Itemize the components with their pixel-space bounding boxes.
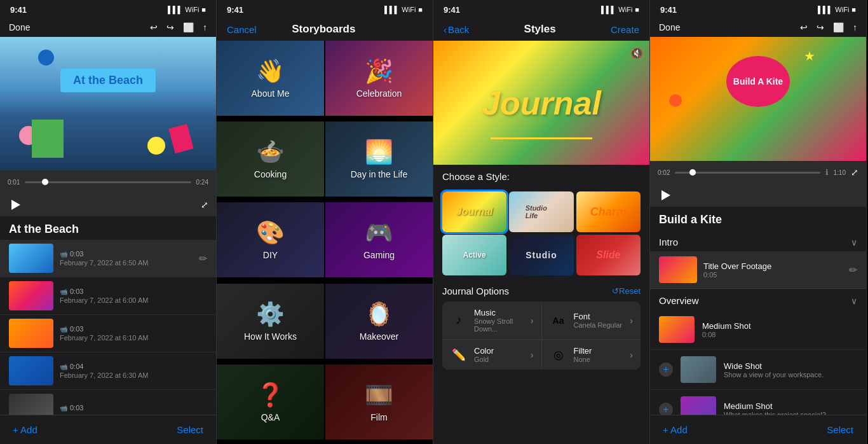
done-button-4[interactable]: Done bbox=[659, 22, 680, 32]
clip-item[interactable]: 📹 0:04 February 7, 2022 at 6:30 AM bbox=[0, 352, 216, 390]
section-clip-title: Title Over Footage bbox=[703, 261, 843, 271]
storyboard-item-how-it-works[interactable]: ⚙️ How It Works bbox=[217, 284, 324, 359]
status-icons-3: ▌▌▌ WiFi ■ bbox=[601, 6, 639, 13]
select-button-4[interactable]: Select bbox=[827, 424, 853, 435]
expand-icon-4[interactable]: ⤢ bbox=[851, 167, 858, 177]
journal-hero: 🔇 Journal bbox=[433, 41, 649, 165]
done-button[interactable]: Done bbox=[9, 22, 30, 32]
redo-button-4[interactable]: ↪ bbox=[817, 22, 824, 32]
chevron-right-icon: › bbox=[630, 316, 633, 326]
phone1-header-right: ↩ ↪ ⬜ ↑ bbox=[150, 22, 207, 32]
clip-item[interactable]: 📹 0:03 February 7, 2022 at 6:00 AM bbox=[0, 277, 216, 315]
style-thumb-studio-life[interactable]: Studio Life bbox=[509, 191, 573, 232]
share-button[interactable]: ↑ bbox=[203, 22, 207, 32]
storyboard-item-qa[interactable]: ❓ Q&A bbox=[217, 364, 324, 440]
clips-list[interactable]: 📹 0:03 February 7, 2022 at 6:50 AM ✏ 📹 0… bbox=[0, 240, 216, 415]
timeline-4[interactable]: 0:02 ℹ 1:10 ⤢ bbox=[650, 161, 866, 184]
wifi-icon: WiFi bbox=[185, 6, 199, 13]
option-font[interactable]: Aa Font Canela Regular › bbox=[542, 302, 641, 339]
play-triangle-icon bbox=[11, 200, 20, 210]
cancel-button[interactable]: Cancel bbox=[227, 24, 257, 35]
share-button-4[interactable]: ↑ bbox=[853, 22, 857, 32]
play-button-4[interactable] bbox=[658, 188, 673, 203]
storyboard-item-gaming[interactable]: 🎮 Gaming bbox=[325, 202, 433, 277]
clip-thumb-pride bbox=[9, 281, 53, 310]
star-decoration: ★ bbox=[804, 48, 815, 64]
undo-button[interactable]: ↩ bbox=[150, 22, 158, 32]
add-clip-button-2[interactable]: + bbox=[659, 403, 673, 415]
options-grid: ♪ Music Snowy Stroll Down... › Aa Font C… bbox=[442, 302, 641, 370]
clip-item[interactable]: 📹 0:03 February 7, 2022 at 6:10 AM bbox=[0, 315, 216, 352]
style-thumb-journal[interactable]: Journal bbox=[442, 191, 506, 232]
storyboard-item-diy[interactable]: 🎨 DIY bbox=[217, 202, 324, 277]
clip-item[interactable]: 📹 0:03 February 7, 2022 at 6:50 AM ✏ bbox=[0, 240, 216, 277]
clip-thumbnail bbox=[9, 244, 53, 273]
sections-list[interactable]: Intro ∨ Title Over Footage 0:05 ✏ Overvi… bbox=[650, 230, 866, 415]
create-button[interactable]: Create bbox=[611, 24, 639, 35]
edit-icon-4[interactable]: ✏ bbox=[849, 264, 857, 276]
option-color-key: Color bbox=[474, 346, 524, 356]
battery-icon: ■ bbox=[635, 6, 639, 13]
style-thumb-active[interactable]: Active bbox=[442, 235, 506, 275]
overview-item-wide-shot[interactable]: + Wide Shot Show a view of your workspac… bbox=[650, 350, 866, 390]
play-button[interactable] bbox=[8, 197, 23, 212]
section-header-intro[interactable]: Intro ∨ bbox=[650, 230, 866, 251]
clip-thumbnail bbox=[9, 356, 53, 385]
clip-thumbnail bbox=[9, 319, 53, 348]
section-clip-duration: 0:05 bbox=[703, 271, 843, 279]
undo-button-4[interactable]: ↩ bbox=[800, 22, 808, 32]
option-music[interactable]: ♪ Music Snowy Stroll Down... › bbox=[442, 302, 541, 339]
style-thumb-charm[interactable]: Charm bbox=[576, 191, 641, 232]
frame-button[interactable]: ⬜ bbox=[183, 22, 194, 32]
storyboard-item-about-me[interactable]: 👋 About Me bbox=[217, 41, 324, 116]
deco-circle-blue bbox=[38, 50, 54, 66]
overview-thumbnail-tools bbox=[681, 356, 716, 383]
mute-icon[interactable]: 🔇 bbox=[630, 47, 643, 59]
storyboard-item-day-in-life[interactable]: 🌅 Day in the Life bbox=[325, 121, 433, 197]
storyboard-item-celebration[interactable]: 🎉 Celebration bbox=[325, 41, 433, 116]
storyboard-item-cooking[interactable]: 🍲 Cooking bbox=[217, 121, 324, 197]
select-button[interactable]: Select bbox=[177, 424, 203, 435]
option-filter[interactable]: ◎ Filter None › bbox=[542, 340, 641, 370]
timeline-playhead[interactable] bbox=[42, 179, 48, 185]
battery-icon: ■ bbox=[201, 6, 206, 13]
kite-title-text: Build A Kite bbox=[733, 76, 783, 87]
timeline-bar[interactable] bbox=[25, 181, 191, 183]
overview-item-medium-shot[interactable]: Medium Shot 0:08 bbox=[650, 310, 866, 350]
style-thumb-slide[interactable]: Slide bbox=[576, 235, 641, 275]
edit-icon[interactable]: ✏ bbox=[199, 253, 207, 265]
reset-button[interactable]: ↺Reset bbox=[612, 286, 641, 296]
storyboard-item-film[interactable]: 🎞️ Film bbox=[325, 364, 433, 440]
wifi-icon: WiFi bbox=[402, 6, 416, 13]
timeline-1[interactable]: 0:01 0:24 bbox=[0, 170, 216, 193]
add-button[interactable]: + Add bbox=[13, 424, 37, 435]
storyboard-item-makeover[interactable]: 🪞 Makeover bbox=[325, 284, 433, 359]
add-button-4[interactable]: + Add bbox=[663, 424, 688, 435]
clip-item[interactable]: 📹 0:03 bbox=[0, 390, 216, 415]
clip-date: February 7, 2022 at 6:50 AM bbox=[60, 259, 193, 267]
film-label: Film bbox=[370, 412, 387, 422]
status-time-3: 9:41 bbox=[444, 5, 460, 15]
style-thumb-studio[interactable]: Studio bbox=[509, 235, 573, 275]
film-icon: 🎞️ bbox=[365, 382, 393, 408]
back-button[interactable]: ‹ Back bbox=[444, 24, 469, 35]
redo-button[interactable]: ↪ bbox=[166, 22, 174, 32]
clip-info: 📹 0:03 February 7, 2022 at 6:10 AM bbox=[60, 325, 207, 342]
info-icon[interactable]: ℹ bbox=[825, 168, 829, 177]
option-color[interactable]: ✏️ Color Gold › bbox=[442, 340, 541, 370]
add-clip-button[interactable]: + bbox=[659, 363, 673, 377]
cooking-label: Cooking bbox=[254, 169, 287, 179]
section-clip-item[interactable]: Title Over Footage 0:05 ✏ bbox=[650, 251, 866, 289]
expand-icon[interactable]: ⤢ bbox=[201, 200, 208, 210]
timeline-bar-4[interactable] bbox=[675, 172, 820, 174]
chevron-down-icon: ∨ bbox=[851, 237, 857, 247]
section-header-overview[interactable]: Overview ∨ bbox=[650, 289, 866, 310]
overview-item-medium-shot-2[interactable]: + Medium Shot What makes this project sp… bbox=[650, 390, 866, 415]
timeline-playhead-4[interactable] bbox=[689, 169, 696, 176]
overview-thumbnail-person2 bbox=[681, 396, 716, 415]
frame-button-4[interactable]: ⬜ bbox=[833, 22, 844, 32]
option-filter-value: None bbox=[574, 356, 624, 363]
timeline-start-4: 0:02 bbox=[658, 169, 670, 176]
storyboards-title: Storyboards bbox=[292, 23, 355, 36]
clip-thumbnail bbox=[9, 281, 53, 310]
